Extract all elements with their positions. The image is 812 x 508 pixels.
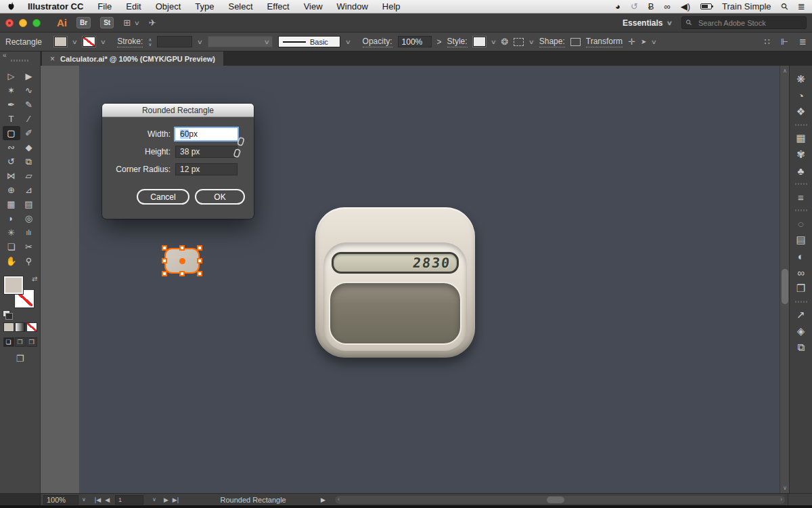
zoom-tool[interactable]: ⚲	[20, 254, 38, 268]
vertical-scroll-thumb[interactable]	[782, 269, 788, 304]
previous-artboard-icon[interactable]: ◀	[105, 496, 110, 503]
cc-libraries-panel-icon[interactable]: ∞	[792, 264, 810, 280]
menu-edit[interactable]: Edit	[126, 1, 141, 12]
width-tool[interactable]: ⋈	[3, 169, 20, 183]
mesh-tool[interactable]: ▦	[3, 197, 20, 211]
arrange-documents-icon[interactable]: ∷	[764, 37, 769, 47]
handle-w[interactable]	[162, 258, 167, 263]
window-zoom-button[interactable]	[32, 19, 41, 27]
shape-builder-tool[interactable]: ⊕	[3, 183, 20, 197]
stroke-weight-field[interactable]	[157, 36, 192, 47]
appearance-panel-icon[interactable]: ❐	[792, 280, 810, 297]
handle-e[interactable]	[197, 258, 202, 263]
default-fill-stroke-icon[interactable]	[3, 310, 10, 317]
brushes-panel-icon[interactable]: ✾	[792, 146, 810, 163]
window-close-button[interactable]	[5, 19, 14, 27]
style-label[interactable]: Style:	[447, 37, 468, 47]
menu-effect[interactable]: Effect	[267, 1, 290, 12]
dock-grip[interactable]	[795, 183, 807, 185]
color-panel-icon[interactable]: ❋	[792, 71, 810, 87]
sync-menu-icon[interactable]: ∞	[664, 0, 670, 14]
layout-options-chevron-icon[interactable]: ∨	[134, 20, 140, 26]
bluetooth-menu-icon[interactable]: Ƀ	[648, 0, 654, 14]
apple-menu-icon[interactable]	[7, 1, 17, 12]
battery-menu-icon[interactable]	[700, 3, 712, 9]
pasteboard[interactable]	[41, 66, 79, 493]
draw-inside-button[interactable]: ❒	[26, 337, 37, 347]
slice-tool[interactable]: ✂	[20, 240, 38, 254]
transparency-panel-icon[interactable]: ◐	[792, 248, 810, 264]
shape-widget-icon[interactable]	[570, 38, 581, 46]
symbol-sprayer-tool[interactable]: ✳	[3, 226, 20, 240]
scroll-up-icon[interactable]: ∧	[783, 68, 787, 74]
opacity-mask-panel-icon[interactable]: ◌	[792, 215, 810, 232]
spotlight-search-icon[interactable]: ⚲	[777, 0, 792, 14]
type-tool[interactable]: T	[3, 112, 20, 126]
artboard-tool[interactable]: ❏	[3, 240, 20, 254]
transform-link[interactable]: Transform	[586, 37, 623, 47]
handle-n[interactable]	[179, 245, 185, 251]
line-segment-tool[interactable]: ∕	[20, 112, 38, 126]
color-guide-panel-icon[interactable]: ◔	[792, 87, 810, 104]
dialog-titlebar[interactable]: Rounded Rectangle	[102, 104, 254, 117]
rectangle-tool[interactable]: ▢	[3, 126, 20, 140]
zoom-chevron-icon[interactable]: ∨	[78, 496, 89, 503]
stroke-weight-chevron-icon[interactable]: ∨	[197, 39, 203, 45]
rotate-tool[interactable]: ↺	[3, 154, 20, 169]
workspace-switcher[interactable]: Essentials ∨	[623, 18, 672, 28]
gradient-button[interactable]	[15, 322, 26, 332]
opacity-field[interactable]: 100%	[398, 36, 432, 47]
isolate-selection-icon[interactable]: ➤	[641, 38, 646, 45]
ok-button[interactable]: OK	[195, 189, 245, 205]
color-button[interactable]	[3, 322, 14, 332]
document-layout-icon[interactable]: ⊩	[781, 37, 788, 47]
scroll-left-icon[interactable]: ‹	[338, 496, 340, 503]
pen-tool[interactable]: ✒	[3, 98, 20, 112]
next-artboard-icon[interactable]: ▶	[164, 496, 168, 503]
menu-illustrator-cc[interactable]: Illustrator CC	[28, 1, 83, 12]
menu-select[interactable]: Select	[228, 1, 252, 12]
handle-nw[interactable]	[162, 245, 167, 251]
lasso-tool[interactable]: ∿	[20, 83, 38, 98]
vertical-scrollbar[interactable]: ∧ ∨	[780, 66, 789, 493]
menu-type[interactable]: Type	[195, 1, 214, 12]
handle-s[interactable]	[179, 271, 185, 276]
artboard-chevron-icon[interactable]: ∨	[149, 496, 160, 503]
calculator-artwork[interactable]: 2830	[315, 207, 475, 358]
paintbrush-tool[interactable]: ✐	[20, 126, 38, 140]
time-machine-menu-icon[interactable]: ↺	[631, 0, 638, 14]
dock-grip[interactable]	[795, 124, 807, 126]
handle-ne[interactable]	[197, 245, 202, 251]
width-input[interactable]: 60 px	[175, 128, 238, 140]
opacity-panel-arrow-icon[interactable]: >	[437, 37, 442, 47]
zoom-level-field[interactable]: 100%	[43, 495, 78, 505]
scroll-down-icon[interactable]: ∨	[783, 485, 787, 491]
blend-tool[interactable]: ◎	[20, 211, 38, 226]
stepper-up-icon[interactable]: ∧	[148, 37, 152, 42]
tab-close-icon[interactable]: ×	[50, 54, 55, 64]
free-transform-tool[interactable]: ▱	[20, 169, 38, 183]
first-artboard-icon[interactable]: |◀	[95, 496, 101, 503]
adobe-stock-search-input[interactable]	[681, 16, 807, 29]
constrain-proportions-broken-link-icon[interactable]	[233, 136, 244, 159]
share-icon[interactable]: ✈	[149, 18, 156, 28]
user-menu-label[interactable]: Train Simple	[722, 1, 771, 12]
dock-grip[interactable]	[795, 301, 807, 303]
fill-color-swatch[interactable]	[54, 37, 67, 47]
stock-button[interactable]: St	[100, 17, 114, 28]
hand-tool[interactable]: ✋	[3, 254, 20, 268]
opacity-label[interactable]: Opacity:	[363, 37, 392, 47]
status-flyout-icon[interactable]: ▶	[321, 496, 325, 503]
draw-normal-button[interactable]: ❏	[3, 337, 14, 347]
align-icon[interactable]: ✛	[628, 37, 635, 47]
handle-sw[interactable]	[162, 271, 167, 276]
artboard-number-field[interactable]: 1	[115, 495, 143, 505]
brush-chevron-icon[interactable]: ∨	[345, 39, 351, 45]
stroke-panel-icon[interactable]: ≡	[792, 189, 810, 205]
draw-behind-button[interactable]: ❐	[15, 337, 26, 347]
selected-rounded-rectangle[interactable]	[164, 248, 200, 274]
select-similar-chevron-icon[interactable]: ∨	[528, 39, 535, 45]
column-graph-tool[interactable]: ılı	[20, 226, 38, 240]
layout-options-icon[interactable]: ⊞	[123, 18, 131, 28]
control-panel-menu-icon[interactable]: ≣	[799, 37, 807, 47]
